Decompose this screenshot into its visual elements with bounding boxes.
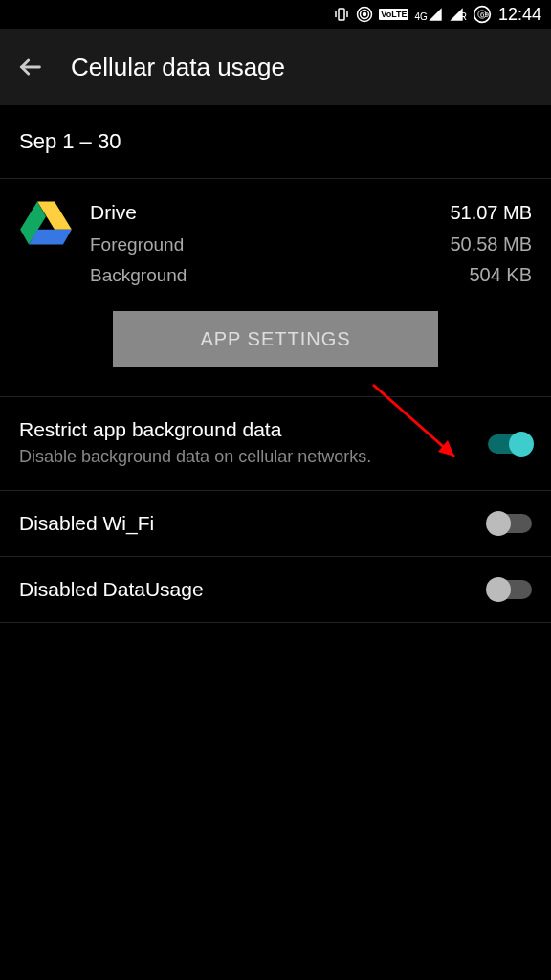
background-value: 504 KB [469,259,532,290]
foreground-label: Foreground [90,231,184,259]
svg-rect-0 [339,9,344,20]
roaming-label: R [460,11,467,22]
volte-badge: VoLTE [379,9,408,20]
vibrate-icon [333,6,350,23]
hotspot-icon [356,6,373,23]
toggle-switch[interactable] [488,580,532,599]
foreground-value: 50.58 MB [450,229,532,259]
signal-roaming-icon: R [449,7,467,22]
app-header: Cellular data usage [0,29,551,105]
app-settings-button[interactable]: APP SETTINGS [113,311,438,368]
toggle-switch[interactable] [488,514,532,533]
page-title: Cellular data usage [71,53,285,82]
network-label: 4G [414,11,427,22]
clock: 12:44 [498,5,541,25]
toggle-title: Restrict app background data [19,418,473,441]
toggle-title: Disabled DataUsage [19,578,473,601]
drive-app-icon [19,196,73,250]
back-arrow-icon[interactable] [17,54,44,80]
app-name: Drive [90,196,137,229]
toggle-restrict-background[interactable]: Restrict app background data Disable bac… [0,397,551,489]
toggle-disabled-data-usage[interactable]: Disabled DataUsage [0,557,551,622]
signal-4g-icon: 4G [414,7,442,22]
battery-percent: 69 [480,11,489,19]
app-total-usage: 51.07 MB [450,197,532,228]
svg-point-3 [364,13,366,16]
toggle-switch[interactable] [488,434,532,454]
toggle-disabled-wifi[interactable]: Disabled Wi_Fi [0,491,551,556]
status-bar: VoLTE 4G R 69 12:44 [0,0,551,29]
toggle-subtitle: Disable background data on cellular netw… [19,445,473,468]
date-range[interactable]: Sep 1 – 30 [0,105,551,178]
app-usage-card: Drive 51.07 MB Foreground 50.58 MB Backg… [0,179,551,311]
background-label: Background [90,261,187,290]
toggle-title: Disabled Wi_Fi [19,512,473,535]
